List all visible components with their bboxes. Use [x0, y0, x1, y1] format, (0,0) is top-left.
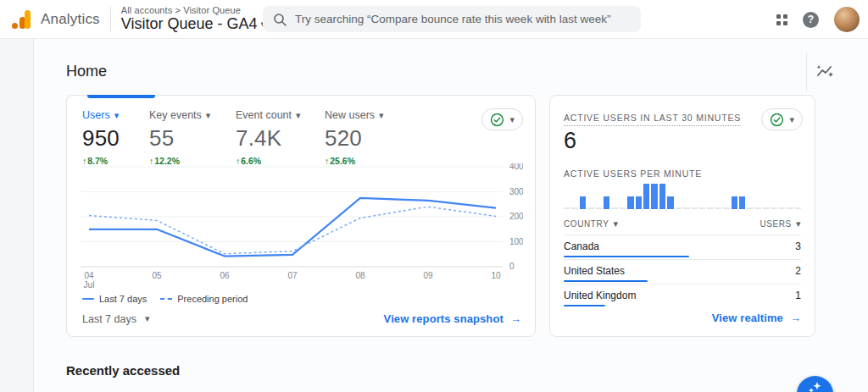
svg-text:05: 05 — [152, 271, 162, 280]
country-users: 2 — [795, 265, 801, 277]
header-divider — [110, 7, 111, 32]
apps-grid-icon[interactable] — [776, 14, 787, 25]
metric-users-selector[interactable]: Users — [82, 109, 120, 121]
selected-metric-indicator — [87, 95, 155, 98]
chevron-down-icon — [379, 111, 384, 120]
view-realtime-link[interactable]: View realtime — [712, 312, 801, 324]
chevron-down-icon — [114, 111, 120, 120]
active-users-30min-label: ACTIVE USERS IN LAST 30 MINUTES — [564, 113, 741, 126]
svg-text:0: 0 — [509, 262, 515, 271]
nav-rail-collapsed[interactable] — [0, 39, 34, 392]
breadcrumb[interactable]: All accounts > Visitor Queue — [121, 5, 265, 15]
metric-event-count-selector[interactable]: Event count — [236, 109, 301, 121]
check-circle-icon — [770, 113, 784, 127]
recently-accessed-heading: Recently accessed — [66, 363, 180, 378]
metric-new-users-value: 520 — [325, 125, 384, 152]
insights-fab-button[interactable] — [797, 376, 833, 392]
table-row[interactable]: Canada 3 — [564, 235, 801, 260]
divider — [806, 52, 807, 91]
arrow-right-icon — [510, 312, 521, 325]
chevron-down-icon — [145, 314, 150, 323]
svg-text:100: 100 — [509, 237, 523, 246]
chevron-down-icon — [296, 111, 301, 120]
active-users-per-minute-label: ACTIVE USERS PER MINUTE — [564, 168, 702, 179]
solid-line-swatch — [82, 298, 94, 300]
reports-snapshot-card: Users 950 8.7% Key events 55 12.2% Event… — [66, 95, 536, 337]
svg-text:Jul: Jul — [84, 280, 95, 290]
country-name: Canada — [564, 240, 599, 252]
search-input[interactable] — [295, 13, 631, 25]
country-bar — [564, 280, 648, 283]
metric-users: Users 950 8.7% — [82, 109, 120, 166]
svg-text:300: 300 — [509, 187, 523, 196]
metric-key-events: Key events 55 12.2% — [149, 109, 210, 166]
main-content: Home Users 950 8.7% Key events 55 — [35, 39, 868, 392]
chevron-down-icon — [509, 115, 515, 124]
svg-text:04: 04 — [84, 271, 94, 280]
dashed-line-swatch — [160, 298, 172, 300]
arrow-right-icon — [790, 312, 801, 324]
metric-new-users-selector[interactable]: New users — [325, 109, 384, 121]
analytics-logo[interactable]: Analytics — [0, 10, 100, 29]
header-actions — [776, 0, 860, 39]
realtime-country-table: COUNTRY USERS Canada 3 United States — [564, 219, 801, 308]
metric-users-value: 950 — [82, 125, 120, 152]
svg-text:200: 200 — [509, 212, 523, 221]
table-row[interactable]: United States 2 — [564, 260, 801, 284]
svg-text:06: 06 — [220, 271, 230, 280]
analytics-logo-icon — [12, 10, 32, 29]
metric-new-users: New users 520 25.6% — [325, 109, 384, 166]
metric-event-count: Event count 7.4K 6.6% — [236, 109, 301, 166]
users-column-header[interactable]: USERS — [760, 219, 801, 229]
search-bar[interactable] — [263, 6, 641, 32]
legend-preceding-period: Preceding period — [160, 294, 248, 304]
property-block: All accounts > Visitor Queue Visitor Que… — [121, 5, 265, 33]
insights-sparkline-icon[interactable] — [815, 61, 835, 81]
property-title: Visitor Queue - GA4 — [121, 15, 258, 33]
active-users-30min-value: 6 — [564, 128, 576, 154]
metrics-card-footer: Last 7 days View reports snapshot — [82, 312, 521, 325]
country-users: 1 — [795, 290, 801, 301]
app-header: Analytics All accounts > Visitor Queue V… — [0, 0, 868, 39]
date-range-select[interactable]: Last 7 days — [82, 313, 149, 325]
country-bar — [564, 256, 689, 258]
chevron-down-icon — [206, 111, 211, 120]
country-column-header[interactable]: COUNTRY — [564, 219, 619, 229]
svg-text:09: 09 — [423, 271, 433, 280]
search-icon — [273, 13, 287, 26]
country-users: 3 — [795, 240, 801, 252]
svg-text:08: 08 — [355, 271, 365, 280]
svg-text:400: 400 — [509, 163, 523, 171]
chevron-down-icon — [789, 115, 794, 124]
realtime-card: ACTIVE USERS IN LAST 30 MINUTES 6 ACTIVE… — [549, 95, 815, 337]
legend-last-7-days: Last 7 days — [82, 294, 147, 304]
help-icon[interactable] — [803, 12, 819, 28]
metric-event-count-value: 7.4K — [236, 125, 301, 152]
sparkle-icon — [807, 381, 824, 392]
data-quality-badge[interactable] — [761, 108, 803, 130]
property-selector[interactable]: Visitor Queue - GA4 — [121, 15, 265, 33]
metric-key-events-value: 55 — [149, 125, 210, 152]
metric-key-events-selector[interactable]: Key events — [149, 109, 210, 121]
svg-text:07: 07 — [287, 271, 298, 280]
page-title: Home — [66, 63, 107, 80]
table-row[interactable]: United Kingdom 1 — [564, 284, 801, 308]
country-bar — [564, 305, 605, 307]
svg-text:10: 10 — [491, 271, 501, 280]
view-reports-snapshot-link[interactable]: View reports snapshot — [384, 312, 521, 325]
active-users-per-minute-chart — [564, 180, 801, 209]
chevron-down-icon — [796, 219, 801, 229]
chevron-down-icon — [613, 219, 618, 229]
chart-legend: Last 7 days Preceding period — [82, 294, 248, 304]
product-name: Analytics — [41, 11, 100, 28]
data-quality-badge[interactable] — [481, 108, 523, 130]
country-table-header: COUNTRY USERS — [564, 219, 801, 235]
check-circle-icon — [490, 113, 504, 127]
avatar[interactable] — [834, 7, 860, 32]
country-name: United States — [564, 265, 625, 277]
users-line-chart: 010020030040004Jul050607080910 — [81, 163, 523, 292]
country-name: United Kingdom — [564, 290, 636, 301]
